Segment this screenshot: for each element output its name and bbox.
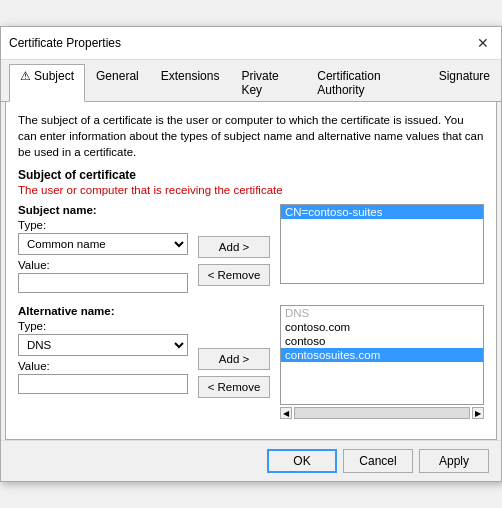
dialog-footer: OK Cancel Apply	[1, 440, 501, 481]
section-title: Subject of certificate	[18, 168, 484, 182]
subject-right: CN=contoso-suites	[280, 204, 484, 297]
alt-name-panel: Alternative name: Type: DNS Email UPN UR…	[18, 305, 484, 421]
ok-button[interactable]: OK	[267, 449, 337, 473]
section-sub: The user or computer that is receiving t…	[18, 184, 484, 196]
alt-right: DNS contoso.com contoso contososuites.co…	[280, 305, 484, 421]
tab-cert-authority[interactable]: Certification Authority	[306, 64, 427, 101]
subject-type-label: Type:	[18, 219, 188, 231]
alt-name-group-label: Alternative name:	[18, 305, 188, 317]
tab-extensions[interactable]: Extensions	[150, 64, 231, 101]
alt-middle: Add > < Remove	[194, 305, 274, 421]
title-bar-left: Certificate Properties	[9, 36, 121, 50]
subject-name-panel: Subject name: Type: Common name Organiza…	[18, 204, 484, 297]
warning-icon: ⚠	[20, 69, 31, 83]
alt-add-button[interactable]: Add >	[198, 348, 270, 370]
subject-value-input[interactable]	[18, 273, 188, 293]
alt-value-input[interactable]	[18, 374, 188, 394]
description-text: The subject of a certificate is the user…	[18, 112, 484, 160]
tab-general[interactable]: General	[85, 64, 150, 101]
alt-list-item-2[interactable]: contoso	[281, 334, 483, 348]
alt-remove-button[interactable]: < Remove	[198, 376, 270, 398]
alt-list-item-3[interactable]: contososuites.com	[281, 348, 483, 362]
certificate-properties-dialog: Certificate Properties ✕ ⚠Subject Genera…	[0, 26, 502, 482]
cancel-button[interactable]: Cancel	[343, 449, 413, 473]
subject-add-button[interactable]: Add >	[198, 236, 270, 258]
subject-name-group-label: Subject name:	[18, 204, 188, 216]
alt-type-group: Type: DNS Email UPN URL IP address	[18, 320, 188, 356]
alt-left: Alternative name: Type: DNS Email UPN UR…	[18, 305, 188, 421]
dialog-title: Certificate Properties	[9, 36, 121, 50]
apply-button[interactable]: Apply	[419, 449, 489, 473]
subject-type-group: Type: Common name Organization Organizat…	[18, 219, 188, 255]
alt-type-select[interactable]: DNS Email UPN URL IP address	[18, 334, 188, 356]
scrollbar-row: ◀ ▶	[280, 405, 484, 421]
alt-list[interactable]: DNS contoso.com contoso contososuites.co…	[280, 305, 484, 405]
scroll-right-arrow[interactable]: ▶	[472, 407, 484, 419]
close-button[interactable]: ✕	[473, 33, 493, 53]
subject-value-group: Value:	[18, 259, 188, 293]
scroll-track[interactable]	[294, 407, 470, 419]
subject-value-label: Value:	[18, 259, 188, 271]
scroll-left-arrow[interactable]: ◀	[280, 407, 292, 419]
alt-value-label: Value:	[18, 360, 188, 372]
alt-list-header: DNS	[281, 306, 483, 320]
tab-signature[interactable]: Signature	[428, 64, 501, 101]
alt-value-group: Value:	[18, 360, 188, 394]
tab-subject[interactable]: ⚠Subject	[9, 64, 85, 102]
tab-bar: ⚠Subject General Extensions Private Key …	[1, 60, 501, 102]
subject-list[interactable]: CN=contoso-suites	[280, 204, 484, 284]
alt-type-label: Type:	[18, 320, 188, 332]
subject-list-item[interactable]: CN=contoso-suites	[281, 205, 483, 219]
tab-private-key[interactable]: Private Key	[230, 64, 306, 101]
subject-remove-button[interactable]: < Remove	[198, 264, 270, 286]
subject-middle: Add > < Remove	[194, 204, 274, 297]
subject-type-select[interactable]: Common name Organization Organizational …	[18, 233, 188, 255]
title-bar: Certificate Properties ✕	[1, 27, 501, 60]
subject-left: Subject name: Type: Common name Organiza…	[18, 204, 188, 297]
tab-content: The subject of a certificate is the user…	[5, 102, 497, 440]
alt-list-item-1[interactable]: contoso.com	[281, 320, 483, 334]
